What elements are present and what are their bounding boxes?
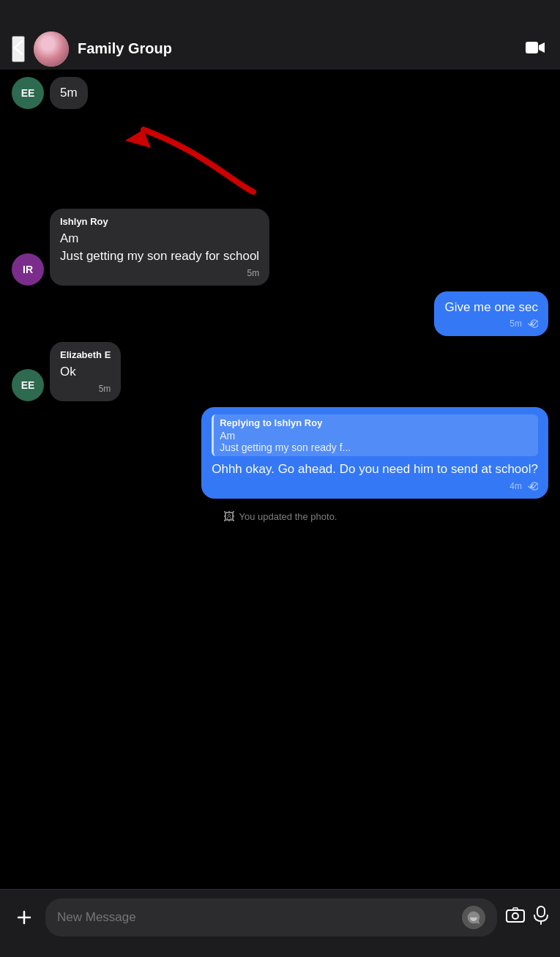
- message-row: Give me one sec 5m: [12, 291, 548, 337]
- arrow-annotation: [12, 115, 548, 203]
- reply-quote: Replying to Ishlyn Roy AmJust getting my…: [212, 414, 538, 456]
- svg-rect-3: [507, 910, 524, 922]
- chat-area: EE 5m IR Ishlyn Roy AmJust getting my so…: [0, 70, 560, 904]
- back-button[interactable]: [12, 36, 25, 62]
- message-input[interactable]: [57, 910, 456, 925]
- bottom-bar: [0, 889, 560, 957]
- system-message-text: You updated the photo.: [239, 511, 337, 522]
- avatar-ir: IR: [12, 253, 44, 286]
- message-time: 4m: [212, 481, 538, 491]
- message-time: 5m: [60, 268, 259, 278]
- message-bubble: Elizabeth E Ok 5m: [50, 342, 121, 401]
- message-text: 5m: [60, 86, 78, 100]
- message-text: Give me one sec: [444, 299, 538, 316]
- message-time: 5m: [60, 384, 111, 394]
- message-text: Ohhh okay. Go ahead. Do you need him to …: [212, 461, 538, 478]
- message-time: 5m: [444, 319, 538, 329]
- sticker-button[interactable]: [462, 906, 485, 929]
- message-text: Ok: [60, 363, 111, 381]
- message-row: EE 5m: [12, 77, 548, 109]
- message-bubble: 5m: [50, 77, 88, 109]
- message-text: AmJust getting my son ready for school: [60, 230, 259, 265]
- chat-header: Family Group: [0, 0, 560, 70]
- system-message: 🖼 You updated the photo.: [12, 504, 548, 529]
- reply-preview: AmJust getting my son ready f...: [220, 430, 532, 453]
- svg-rect-5: [537, 906, 545, 917]
- photo-icon: 🖼: [223, 510, 235, 524]
- avatar-ee-2: EE: [12, 369, 44, 401]
- chat-title: Family Group: [78, 40, 522, 57]
- avatar: [34, 31, 69, 67]
- message-input-wrap: [45, 898, 497, 936]
- message-row: Replying to Ishlyn Roy AmJust getting my…: [12, 407, 548, 499]
- message-sender: Elizabeth E: [60, 349, 111, 360]
- avatar-ee: EE: [12, 77, 44, 109]
- message-sender: Ishlyn Roy: [60, 216, 259, 227]
- message-bubble: Give me one sec 5m: [434, 291, 548, 337]
- microphone-button[interactable]: [534, 906, 548, 929]
- read-receipt-icon-2: [525, 482, 538, 491]
- message-row: IR Ishlyn Roy AmJust getting my son read…: [12, 209, 548, 286]
- svg-point-4: [512, 913, 518, 919]
- camera-button[interactable]: [506, 907, 525, 928]
- reply-sender: Replying to Ishlyn Roy: [220, 417, 532, 428]
- add-attachment-button[interactable]: [12, 905, 37, 930]
- message-row: EE Elizabeth E Ok 5m: [12, 342, 548, 401]
- message-bubble: Ishlyn Roy AmJust getting my son ready f…: [50, 209, 269, 286]
- message-bubble-reply: Replying to Ishlyn Roy AmJust getting my…: [201, 407, 548, 499]
- svg-rect-0: [526, 42, 538, 53]
- video-call-button[interactable]: [522, 37, 548, 61]
- read-receipt-icon: [525, 319, 538, 328]
